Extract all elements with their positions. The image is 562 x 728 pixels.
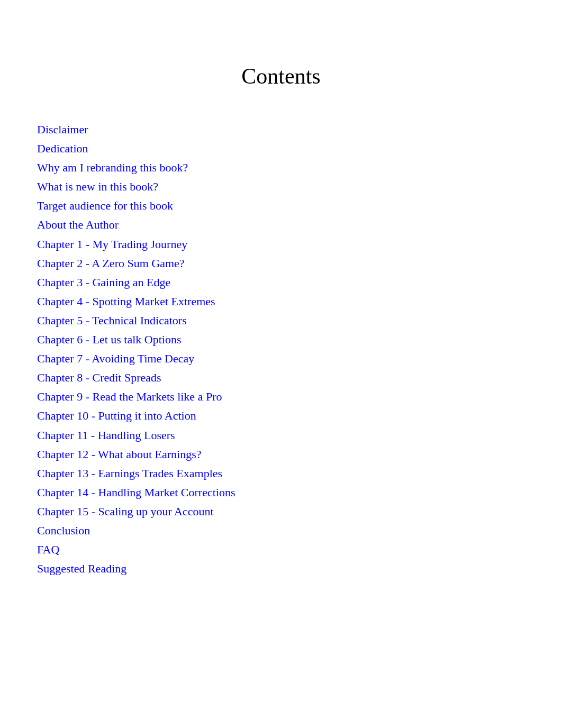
toc-list: DisclaimerDedicationWhy am I rebranding …: [37, 121, 530, 578]
toc-link[interactable]: Chapter 1 - My Trading Journey: [37, 238, 187, 251]
page-container: Contents DisclaimerDedicationWhy am I re…: [0, 0, 562, 728]
toc-item: Chapter 11 - Handling Losers: [37, 426, 530, 444]
toc-link[interactable]: Chapter 7 - Avoiding Time Decay: [37, 352, 194, 365]
toc-item: Chapter 6 - Let us talk Options: [37, 331, 530, 349]
toc-item: Target audience for this book: [37, 197, 530, 215]
toc-link[interactable]: What is new in this book?: [37, 180, 158, 193]
toc-link[interactable]: Chapter 3 - Gaining an Edge: [37, 276, 170, 289]
toc-item: Chapter 8 - Credit Spreads: [37, 369, 530, 387]
toc-link[interactable]: Chapter 6 - Let us talk Options: [37, 333, 182, 346]
toc-item: Chapter 5 - Technical Indicators: [37, 312, 530, 330]
toc-item: Dedication: [37, 140, 530, 158]
toc-item: Chapter 14 - Handling Market Corrections: [37, 484, 530, 502]
toc-link[interactable]: Chapter 15 - Scaling up your Account: [37, 505, 214, 518]
toc-link[interactable]: Chapter 5 - Technical Indicators: [37, 314, 187, 327]
toc-item: Chapter 13 - Earnings Trades Examples: [37, 465, 530, 483]
toc-link[interactable]: About the Author: [37, 218, 119, 231]
toc-link[interactable]: Conclusion: [37, 524, 90, 537]
title-area: Contents: [32, 63, 530, 89]
toc-link[interactable]: Chapter 4 - Spotting Market Extremes: [37, 295, 215, 308]
toc-link[interactable]: Chapter 12 - What about Earnings?: [37, 448, 202, 461]
toc-item: Conclusion: [37, 522, 530, 540]
toc-link[interactable]: Target audience for this book: [37, 199, 173, 212]
toc-item: Chapter 4 - Spotting Market Extremes: [37, 293, 530, 311]
toc-item: Chapter 9 - Read the Markets like a Pro: [37, 388, 530, 406]
toc-item: About the Author: [37, 216, 530, 234]
toc-link[interactable]: Disclaimer: [37, 123, 88, 136]
toc-item: Suggested Reading: [37, 560, 530, 578]
toc-item: Chapter 7 - Avoiding Time Decay: [37, 350, 530, 368]
page-title: Contents: [32, 63, 530, 89]
toc-item: Disclaimer: [37, 121, 530, 139]
toc-item: Chapter 12 - What about Earnings?: [37, 445, 530, 463]
toc-link[interactable]: Chapter 13 - Earnings Trades Examples: [37, 467, 222, 480]
toc-item: Why am I rebranding this book?: [37, 159, 530, 177]
toc-item: FAQ: [37, 541, 530, 559]
toc-link[interactable]: Chapter 2 - A Zero Sum Game?: [37, 257, 185, 270]
toc-item: Chapter 1 - My Trading Journey: [37, 235, 530, 253]
toc-link[interactable]: Chapter 8 - Credit Spreads: [37, 371, 161, 384]
toc-item: What is new in this book?: [37, 178, 530, 196]
toc-link[interactable]: Suggested Reading: [37, 562, 126, 575]
toc-item: Chapter 2 - A Zero Sum Game?: [37, 254, 530, 272]
toc-link[interactable]: Chapter 11 - Handling Losers: [37, 429, 175, 442]
toc-link[interactable]: FAQ: [37, 543, 59, 556]
toc-item: Chapter 15 - Scaling up your Account: [37, 503, 530, 521]
toc-item: Chapter 10 - Putting it into Action: [37, 407, 530, 425]
toc-link[interactable]: Why am I rebranding this book?: [37, 161, 188, 174]
toc-item: Chapter 3 - Gaining an Edge: [37, 274, 530, 292]
toc-link[interactable]: Dedication: [37, 142, 88, 155]
toc-link[interactable]: Chapter 10 - Putting it into Action: [37, 409, 196, 422]
toc-link[interactable]: Chapter 14 - Handling Market Corrections: [37, 486, 235, 499]
toc-link[interactable]: Chapter 9 - Read the Markets like a Pro: [37, 390, 222, 403]
